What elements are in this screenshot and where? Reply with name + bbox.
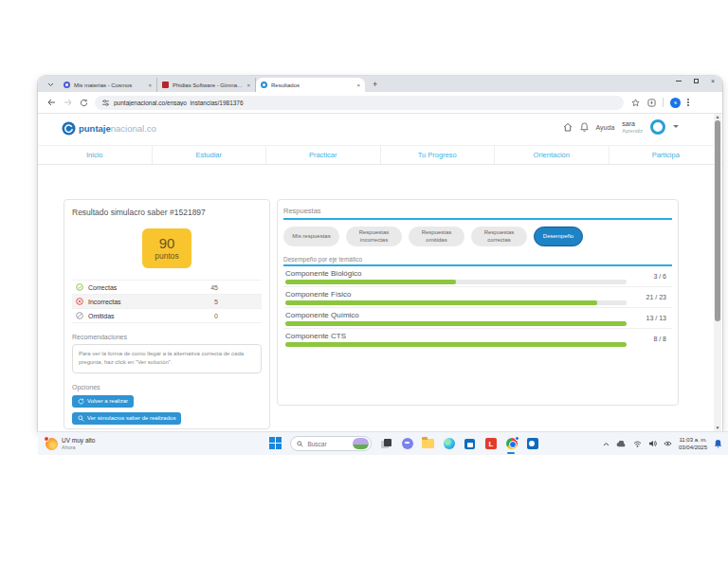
stat-value: 0: [214, 313, 218, 319]
nav-item-practicar[interactable]: Practicar: [266, 146, 381, 164]
new-tab-button[interactable]: +: [373, 79, 377, 90]
window-controls: ×: [676, 78, 715, 84]
site-settings-icon[interactable]: [102, 100, 109, 106]
bell-icon[interactable]: [580, 122, 589, 132]
progress-track: [285, 300, 627, 305]
brand-tld: .co: [144, 123, 156, 134]
eye-icon[interactable]: [664, 441, 672, 446]
puntajenacional-logo-icon: [62, 121, 76, 136]
downloads-icon[interactable]: [646, 98, 656, 107]
magnifier-icon: [78, 415, 84, 422]
tray-clock[interactable]: 11:03 a. m. 03/04/2025: [679, 436, 707, 451]
start-button[interactable]: [269, 437, 282, 450]
perf-label: Componente Biológico: [285, 269, 627, 278]
browser-tab-phidias[interactable]: Phidias Software - Gimnasio S ×: [157, 78, 256, 92]
maximize-button[interactable]: [694, 79, 699, 83]
wifi-icon[interactable]: [633, 441, 642, 447]
scrollbar[interactable]: ▲ ▼: [714, 114, 721, 431]
tab-search-icon[interactable]: [44, 78, 57, 91]
perf-row-fisico: Componente Físico 21 / 23: [283, 287, 672, 308]
volume-icon[interactable]: [648, 440, 657, 447]
nav-item-estudiar[interactable]: Estudiar: [153, 146, 267, 164]
perf-label: Componente CTS: [285, 332, 627, 340]
minimize-button[interactable]: [676, 81, 682, 82]
close-button[interactable]: ×: [711, 78, 715, 84]
chevron-down-icon[interactable]: [673, 125, 679, 129]
browser-toolbar: puntajenacional.co/ensayo_instancias/198…: [38, 92, 722, 114]
progress-fill: [285, 280, 456, 284]
retry-button[interactable]: Volver a realizar: [72, 395, 134, 408]
tab-respuestas-omitidas[interactable]: Respuestas omitidas: [409, 227, 464, 246]
score-unit: puntos: [155, 251, 179, 261]
notification-bell-icon[interactable]: [714, 439, 722, 448]
stat-label: Omitidas: [88, 313, 115, 319]
nav-item-orientacion[interactable]: Orientación: [495, 146, 610, 164]
nav-item-inicio[interactable]: Inicio: [38, 146, 153, 164]
performance-chart: Componente Biológico 3 / 6 Componente Fí…: [283, 266, 672, 349]
widget-subtitle: Ahora: [62, 445, 95, 450]
reload-icon[interactable]: [79, 98, 88, 107]
options-buttons: Volver a realizar Ver simulacros saber d…: [72, 390, 262, 425]
progress-track: [285, 342, 627, 347]
forward-icon[interactable]: [63, 98, 72, 107]
cosmos-favicon: [64, 82, 70, 88]
system-tray: 11:03 a. m. 03/04/2025: [603, 436, 722, 451]
taskbar-apps: L: [380, 438, 538, 450]
search-icon: [297, 441, 303, 447]
file-explorer-icon[interactable]: [422, 438, 434, 450]
tab-respuestas-incorrectas[interactable]: Respuestas incorrectas: [346, 227, 402, 246]
retry-button-label: Volver a realizar: [87, 398, 128, 404]
profile-avatar[interactable]: s: [670, 98, 681, 108]
tab-mis-respuestas[interactable]: Mis respuestas: [283, 227, 339, 246]
microsoft-store-icon[interactable]: [464, 438, 476, 450]
tab-close-icon[interactable]: ×: [356, 82, 360, 88]
browser-tab-cosmos[interactable]: Mis materias - Cosmos ×: [59, 78, 157, 92]
tab-close-icon[interactable]: ×: [246, 82, 250, 88]
site-logo[interactable]: puntajenacional.co: [62, 121, 156, 136]
progress-track: [285, 280, 627, 284]
lightshot-icon[interactable]: L: [484, 438, 497, 450]
refresh-icon: [78, 398, 84, 405]
uv-sun-icon: [46, 438, 58, 450]
outlook-icon[interactable]: [526, 438, 538, 450]
back-icon[interactable]: [46, 98, 56, 107]
nav-item-tu-progreso[interactable]: Tu Progreso: [381, 146, 496, 164]
url-bar[interactable]: puntajenacional.co/ensayo_instancias/198…: [95, 96, 624, 110]
edge-icon[interactable]: [443, 438, 455, 450]
tray-chevron-up-icon[interactable]: [603, 442, 610, 446]
help-link[interactable]: Ayuda: [596, 124, 615, 131]
onedrive-cloud-icon[interactable]: [616, 441, 627, 447]
tray-time: 11:03 a. m.: [679, 436, 707, 444]
avatar[interactable]: [650, 119, 665, 135]
bookmark-star-icon[interactable]: [630, 98, 640, 107]
progress-fill: [285, 300, 597, 305]
brand-text: puntajenacional.co: [79, 123, 156, 134]
header-actions: Ayuda sara Aprendiz: [563, 119, 679, 135]
scrollbar-thumb[interactable]: [715, 120, 720, 321]
tab-title: Resultados: [271, 82, 353, 88]
scroll-down-icon[interactable]: ▼: [716, 425, 720, 430]
search-highlight-image[interactable]: [353, 438, 369, 449]
stat-label: Correctas: [88, 284, 117, 291]
weather-widget[interactable]: UV muy alto Ahora: [46, 437, 95, 450]
taskbar-search[interactable]: [290, 436, 372, 451]
site-header: puntajenacional.co Ayuda sara Aprendiz: [38, 114, 722, 146]
user-info: sara Aprendiz: [622, 120, 643, 134]
browser-tab-resultados[interactable]: Resultados ×: [256, 78, 365, 92]
url-text[interactable]: puntajenacional.co/ensayo_instancias/198…: [114, 100, 244, 106]
view-simulacros-button[interactable]: Ver simulacros saber de realizados: [72, 412, 181, 425]
tab-desempeno[interactable]: Desempeño: [534, 227, 583, 246]
chat-icon[interactable]: [401, 438, 413, 450]
browser-menu-icon[interactable]: [687, 99, 689, 106]
tab-close-icon[interactable]: ×: [148, 82, 152, 88]
tab-respuestas-correctas[interactable]: Respuestas correctas: [471, 227, 527, 246]
task-view-icon[interactable]: [380, 438, 392, 450]
home-icon[interactable]: [563, 122, 573, 132]
nav-item-participa[interactable]: Participa: [610, 146, 723, 164]
chrome-icon[interactable]: [505, 438, 518, 450]
puntajenacional-favicon: [261, 82, 267, 88]
search-input[interactable]: [307, 441, 349, 447]
perf-row-quimico: Componente Químico 13 / 13: [283, 308, 672, 329]
options-title: Opciones: [72, 384, 262, 390]
scroll-up-icon[interactable]: ▲: [716, 114, 720, 119]
